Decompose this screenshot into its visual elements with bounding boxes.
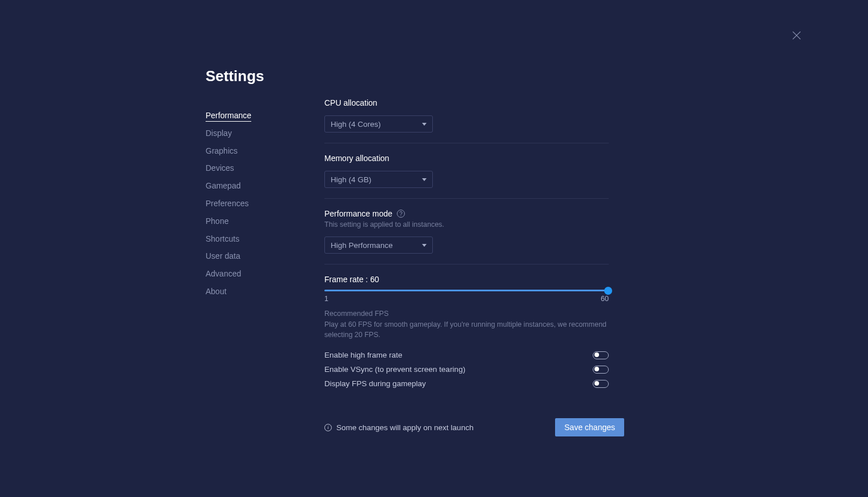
close-button[interactable] (791, 30, 802, 41)
sidebar-item-label: Graphics (206, 146, 238, 155)
enable-high-frame-rate-toggle[interactable] (593, 351, 609, 359)
recommended-fps-body: Play at 60 FPS for smooth gameplay. If y… (324, 320, 609, 340)
toggle-knob (594, 381, 599, 386)
slider-max: 60 (601, 295, 609, 303)
sidebar-item-display[interactable]: Display (206, 125, 324, 142)
slider-min: 1 (324, 295, 328, 303)
toggle-knob (594, 367, 599, 371)
sidebar-item-label: Shortcuts (206, 234, 239, 243)
toggle-knob (594, 352, 599, 357)
sidebar-item-performance[interactable]: Performance (206, 107, 324, 125)
sidebar-item-label: Phone (206, 217, 228, 226)
dropdown-value: High (4 GB) (331, 175, 371, 184)
footer-note: i Some changes will apply on next launch (324, 423, 473, 432)
enable-vsync-label: Enable VSync (to prevent screen tearing) (324, 365, 465, 374)
recommended-fps-title: Recommended FPS (324, 310, 609, 318)
display-fps-label: Display FPS during gameplay (324, 379, 426, 388)
frame-rate-label-prefix: Frame rate : (324, 275, 370, 284)
page-title: Settings (206, 67, 324, 85)
sidebar-item-about[interactable]: About (206, 283, 324, 300)
sidebar-item-preferences[interactable]: Preferences (206, 195, 324, 213)
dropdown-value: High Performance (331, 241, 393, 250)
sidebar-item-shortcuts[interactable]: Shortcuts (206, 230, 324, 248)
sidebar-item-graphics[interactable]: Graphics (206, 142, 324, 160)
sidebar-item-label: Gamepad (206, 181, 240, 190)
help-icon[interactable]: ? (397, 210, 405, 218)
frame-rate-value: 60 (370, 275, 379, 284)
sidebar-item-label: Advanced (206, 269, 241, 278)
info-icon: i (324, 424, 332, 431)
enable-vsync-toggle[interactable] (593, 366, 609, 374)
performance-mode-dropdown[interactable]: High Performance (324, 237, 433, 254)
performance-mode-label-text: Performance mode (324, 209, 392, 218)
dropdown-value: High (4 Cores) (331, 120, 381, 129)
sidebar-item-label: Display (206, 129, 232, 138)
chevron-down-icon (422, 178, 427, 181)
sidebar-item-user-data[interactable]: User data (206, 247, 324, 265)
sidebar-nav: Performance Display Graphics Devices Gam… (206, 107, 324, 300)
slider-thumb[interactable] (604, 287, 612, 295)
display-fps-toggle[interactable] (593, 380, 609, 388)
chevron-down-icon (422, 123, 427, 126)
frame-rate-label: Frame rate : 60 (324, 275, 609, 284)
sidebar-item-phone[interactable]: Phone (206, 213, 324, 230)
save-changes-button[interactable]: Save changes (555, 418, 624, 436)
performance-mode-label: Performance mode ? (324, 209, 609, 218)
cpu-allocation-dropdown[interactable]: High (4 Cores) (324, 115, 433, 133)
footer-note-text: Some changes will apply on next launch (336, 423, 473, 432)
frame-rate-slider[interactable] (324, 290, 609, 291)
memory-allocation-dropdown[interactable]: High (4 GB) (324, 171, 433, 188)
sidebar-item-label: Performance (206, 111, 251, 122)
sidebar-item-label: User data (206, 251, 240, 260)
slider-track (324, 290, 609, 291)
sidebar-item-gamepad[interactable]: Gamepad (206, 177, 324, 195)
sidebar-item-label: Preferences (206, 199, 248, 208)
close-icon (791, 30, 802, 41)
sidebar-item-devices[interactable]: Devices (206, 159, 324, 177)
performance-mode-subtext: This setting is applied to all instances… (324, 221, 609, 229)
cpu-allocation-label: CPU allocation (324, 98, 609, 107)
memory-allocation-label: Memory allocation (324, 154, 609, 163)
sidebar-item-label: About (206, 287, 227, 296)
sidebar-item-advanced[interactable]: Advanced (206, 265, 324, 283)
enable-high-frame-rate-label: Enable high frame rate (324, 351, 403, 359)
sidebar-item-label: Devices (206, 163, 234, 173)
chevron-down-icon (422, 244, 427, 247)
